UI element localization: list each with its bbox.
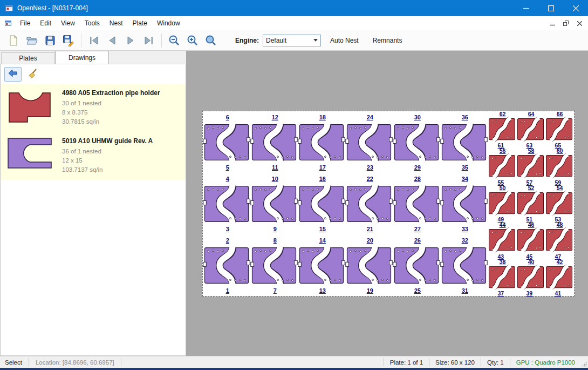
part-number: 23	[367, 164, 373, 171]
purple-part-pair[interactable]: 3635	[440, 111, 488, 173]
part-number: 28	[414, 176, 421, 182]
maximize-button[interactable]	[538, 0, 563, 16]
clean-button[interactable]	[24, 67, 42, 82]
purple-part-pair[interactable]: 2827	[393, 173, 440, 234]
part-number: 15	[319, 226, 326, 232]
purple-part-pair[interactable]: 65	[203, 111, 250, 173]
zoom-in-button[interactable]	[183, 32, 202, 49]
opennest-window: OpenNest - [N0317-004] File Edit View To…	[0, 0, 588, 370]
part-number: 32	[462, 237, 468, 244]
status-qty: Qty: 1	[481, 359, 510, 366]
part-shape	[203, 111, 250, 173]
drawings-panel: 4980 A05 Extraction pipe holder 30 of 1 …	[0, 64, 186, 356]
tab-drawings[interactable]: Drawings	[55, 51, 109, 64]
red-part-pair[interactable]: 5655	[488, 148, 516, 185]
mdi-restore-button[interactable]	[560, 18, 571, 28]
menu-item-plate[interactable]: Plate	[128, 17, 152, 30]
purple-part-pair[interactable]: 3231	[440, 234, 488, 296]
auto-nest-button[interactable]: Auto Nest	[325, 33, 364, 48]
part-shape	[298, 111, 345, 173]
mdi-minimize-button[interactable]	[547, 18, 558, 28]
menu-item-edit[interactable]: Edit	[35, 17, 56, 30]
drawing-list-item[interactable]: 5019 A10 UHMW guide Rev. A 36 of 1 neste…	[1, 132, 186, 180]
menu-item-nest[interactable]: Nest	[105, 17, 128, 30]
purple-part-pair[interactable]: 2423	[345, 111, 393, 173]
menu-item-tools[interactable]: Tools	[80, 17, 105, 30]
purple-part-pair[interactable]: 1615	[298, 173, 345, 234]
red-part-pair[interactable]: 5453	[545, 185, 573, 222]
part-number: 16	[319, 176, 326, 182]
purple-part-pair[interactable]: 2625	[393, 234, 440, 296]
menu-item-window[interactable]: Window	[152, 17, 185, 30]
part-number: 10	[272, 176, 278, 182]
remnants-button[interactable]: Remnants	[368, 33, 407, 48]
purple-part-pair[interactable]: 109	[250, 173, 298, 234]
purple-part-pair[interactable]: 2019	[345, 234, 393, 296]
zoom-fit-button[interactable]	[202, 32, 220, 49]
purple-part-pair[interactable]: 2221	[345, 173, 393, 234]
drawing-nested-count: 30 of 1 nested	[62, 99, 160, 108]
tab-plates[interactable]: Plates	[1, 52, 55, 64]
red-part-pair[interactable]: 5049	[488, 185, 516, 222]
close-button[interactable]	[563, 0, 588, 16]
part-number: 9	[274, 226, 277, 232]
drawing-nested-count: 36 of 1 nested	[62, 147, 153, 156]
resize-grip[interactable]	[581, 356, 588, 368]
purple-part-pair[interactable]: 1413	[298, 234, 345, 296]
red-part-pair[interactable]: 6261	[488, 111, 516, 148]
mdi-child-icon[interactable]	[4, 19, 12, 27]
part-shape	[393, 234, 440, 296]
mdi-close-button[interactable]	[574, 18, 585, 28]
purple-part-pair[interactable]: 3029	[393, 111, 440, 173]
red-grid: 6261646366655655585760595049525154534443…	[488, 111, 573, 296]
menu-item-file[interactable]: File	[15, 17, 35, 30]
next-plate-button[interactable]	[121, 32, 140, 49]
back-arrow-button[interactable]	[4, 67, 22, 82]
save-as-button[interactable]	[59, 32, 78, 49]
part-number: 4	[226, 176, 229, 182]
part-shape	[440, 173, 488, 234]
red-part-pair[interactable]: 4039	[516, 259, 545, 296]
red-part-pair[interactable]: 4645	[516, 222, 545, 259]
part-number: 6	[226, 114, 229, 120]
red-part-pair[interactable]: 6463	[516, 111, 545, 148]
zoom-out-button[interactable]	[165, 32, 183, 49]
part-number: 37	[498, 290, 504, 297]
engine-select[interactable]: Default	[263, 35, 321, 46]
red-part-pair[interactable]: 4443	[488, 222, 516, 259]
plate[interactable]: 6512111817242330293635431091615222128273…	[202, 111, 575, 297]
previous-plate-button[interactable]	[103, 32, 121, 49]
purple-part-pair[interactable]: 1211	[250, 111, 298, 173]
purple-part-pair[interactable]: 87	[250, 234, 298, 296]
red-part-pair[interactable]: 3837	[488, 259, 516, 296]
menu-item-view[interactable]: View	[56, 17, 80, 30]
last-plate-button[interactable]	[140, 32, 158, 49]
red-part-pair[interactable]: 4241	[545, 259, 573, 296]
red-part-pair[interactable]: 6665	[545, 111, 573, 148]
part-number: 40	[528, 259, 535, 265]
nest-canvas[interactable]: 6512111817242330293635431091615222128273…	[186, 51, 588, 356]
first-plate-button[interactable]	[85, 32, 103, 49]
part-shape	[393, 111, 440, 173]
part-number: 64	[528, 111, 535, 117]
red-part-pair[interactable]: 5857	[516, 148, 545, 185]
back-arrow-icon	[8, 69, 18, 80]
drawing-list-item[interactable]: 4980 A05 Extraction pipe holder 30 of 1 …	[1, 84, 186, 132]
purple-part-pair[interactable]: 21	[203, 234, 250, 296]
red-part-pair[interactable]: 5251	[516, 185, 545, 222]
minimize-button[interactable]	[514, 0, 538, 16]
part-number: 58	[528, 147, 535, 154]
open-button[interactable]	[23, 32, 41, 49]
save-button[interactable]	[41, 32, 59, 49]
main-toolbar: Engine: Default Auto Nest Remnants	[0, 30, 588, 51]
purple-part-pair[interactable]: 43	[203, 173, 250, 234]
purple-part-pair[interactable]: 3433	[440, 173, 488, 234]
red-part-pair[interactable]: 6059	[545, 148, 573, 185]
engine-label: Engine:	[235, 37, 259, 44]
new-button[interactable]	[4, 32, 23, 49]
part-number: 48	[557, 221, 563, 228]
status-bar: Select Location: [84.8696, 60.6957] Plat…	[0, 356, 588, 368]
red-part-pair[interactable]: 4847	[545, 222, 573, 259]
purple-part-pair[interactable]: 1817	[298, 111, 345, 173]
drawing-size: 12 x 15	[62, 156, 153, 165]
